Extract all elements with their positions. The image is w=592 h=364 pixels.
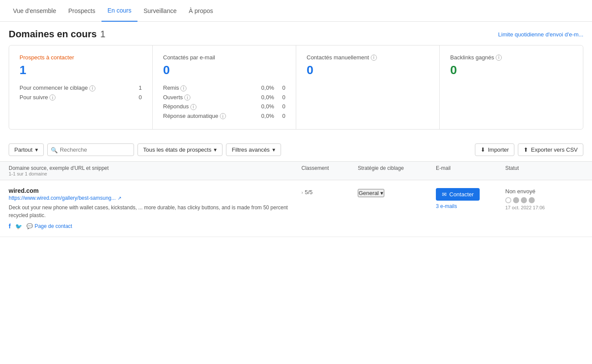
import-label: Importer (488, 146, 509, 153)
table-header: Domaine source, exemple d'URL et snippet… (0, 162, 592, 180)
col-header-ranking: Classement (301, 165, 358, 176)
contact-btn[interactable]: ✉ Contacter (436, 188, 480, 201)
info-icon-ciblage: i (89, 85, 95, 91)
status-date: 17 oct. 2022 17:06 (505, 205, 583, 210)
stats-row-ouverts-label: Ouverts i (163, 94, 190, 101)
stats-label-3: Contactés manuellement i (307, 54, 429, 61)
status-filter-btn[interactable]: Tous les états de prospects ▾ (137, 143, 223, 156)
col-header-source: Domaine source, exemple d'URL et snippet… (9, 165, 301, 176)
stats-row-remis: Remis i 0,0% 0 (163, 83, 285, 93)
nav-surveillance[interactable]: Surveillance (137, 0, 183, 22)
stats-value-1: 1 (20, 63, 142, 77)
email-cell: ✉ Contacter 3 e-mails (436, 187, 505, 209)
stats-row-repondus-values: 0,0% 0 (257, 103, 285, 110)
email-icon: ✉ (442, 191, 447, 198)
info-icon-backlinks: i (496, 55, 502, 61)
ranking-cell: › 5/5 (301, 187, 358, 195)
ranking-chevron-icon: › (301, 190, 303, 195)
repondus-pct: 0,0% (257, 103, 274, 110)
stats-row-suivre: Pour suivre i 0 (20, 93, 142, 102)
ranking-value: 5/5 (305, 189, 313, 195)
search-input[interactable] (47, 143, 134, 156)
page-contact-label: Page de contact (35, 223, 72, 229)
facebook-icon[interactable]: f (9, 223, 11, 230)
stats-row-ciblage-value: 1 (139, 84, 142, 91)
search-icon: 🔍 (51, 146, 58, 153)
strategy-cell: General ▾ (358, 187, 436, 197)
stats-value-3: 0 (307, 63, 429, 77)
email-count[interactable]: 3 e-mails (436, 203, 505, 209)
strategy-dropdown-btn[interactable]: General ▾ (358, 189, 384, 197)
ouverts-cnt: 0 (278, 94, 285, 101)
import-btn[interactable]: ⬇ Importer (475, 143, 514, 156)
autoreply-cnt: 0 (278, 113, 285, 119)
location-filter-label: Partout (14, 146, 33, 153)
stats-row-ciblage-label: Pour commencer le ciblage i (20, 84, 95, 91)
stats-section-prospects: Prospects à contacter 1 Pour commencer l… (9, 46, 153, 129)
chevron-down-icon-strategy: ▾ (380, 190, 383, 196)
export-btn[interactable]: ⬆ Exporter vers CSV (518, 143, 583, 156)
stats-value-2: 0 (163, 63, 285, 77)
stats-label-1: Prospects à contacter (20, 54, 142, 61)
stats-row-repondus-label: Répondus i (163, 103, 196, 110)
table-row: wired.com https://www.wired.com/gallery/… (0, 180, 592, 237)
status-dot-4 (529, 197, 535, 203)
page-header: Domaines en cours 1 Limite quotidienne d… (0, 22, 592, 45)
domain-name: wired.com (9, 187, 301, 194)
status-dot-2 (513, 197, 519, 203)
domain-socials: f 🐦 💬 Page de contact (9, 223, 301, 230)
autoreply-pct: 0,0% (257, 113, 274, 119)
stats-row-autoreply-label: Réponse automatique i (163, 113, 226, 120)
remis-cnt: 0 (278, 84, 285, 91)
info-icon-ouverts: i (184, 94, 190, 101)
col-header-strategy: Stratégie de ciblage (358, 165, 436, 176)
info-icon-remis: i (180, 85, 186, 91)
stats-section-backlinks: Backlinks gagnés i 0 (440, 46, 583, 129)
stats-value-4: 0 (450, 63, 572, 77)
col-header-status: Statut (505, 165, 583, 176)
page-title-count: 1 (100, 29, 105, 40)
status-dots (505, 197, 583, 203)
stats-row-ouverts-values: 0,0% 0 (257, 94, 285, 101)
col-header-email: E-mail (436, 165, 505, 176)
location-filter-btn[interactable]: Partout ▾ (9, 143, 44, 156)
twitter-icon[interactable]: 🐦 (15, 223, 22, 230)
domain-url-text: https://www.wired.com/gallery/best-samsu… (9, 195, 116, 201)
limit-link[interactable]: Limite quotidienne d'envoi d'e-m... (498, 31, 583, 38)
stats-label-4: Backlinks gagnés i (450, 54, 572, 61)
stats-section-email: Contactés par e-mail 0 Remis i 0,0% 0 Ou… (153, 46, 296, 129)
info-icon-manual: i (371, 55, 377, 61)
domain-snippet: Deck out your new phone with wallet case… (9, 204, 301, 219)
external-link-icon[interactable]: ↗ (118, 195, 121, 201)
info-icon-repondus: i (190, 104, 196, 110)
nav-bar: Vue d'ensemble Prospects En cours Survei… (0, 0, 592, 22)
nav-overview[interactable]: Vue d'ensemble (7, 0, 62, 22)
repondus-cnt: 0 (278, 103, 285, 110)
status-dot-3 (521, 197, 527, 203)
page-contact-link[interactable]: 💬 Page de contact (26, 223, 72, 229)
stats-row-autoreply-values: 0,0% 0 (257, 113, 285, 119)
page-title: Domaines en cours 1 (9, 29, 105, 40)
stats-label-2: Contactés par e-mail (163, 54, 285, 61)
stats-row-repondus: Répondus i 0,0% 0 (163, 102, 285, 111)
nav-prospects[interactable]: Prospects (62, 0, 101, 22)
page-title-text: Domaines en cours (9, 29, 97, 40)
chevron-down-icon-3: ▾ (272, 146, 275, 153)
stats-row-ciblage: Pour commencer le ciblage i 1 (20, 83, 142, 93)
stats-row-autoreply: Réponse automatique i 0,0% 0 (163, 111, 285, 121)
chevron-down-icon-2: ▾ (214, 146, 217, 153)
upload-icon: ⬆ (523, 146, 528, 153)
chat-icon: 💬 (26, 223, 33, 229)
search-wrap: 🔍 (47, 143, 134, 156)
toolbar: Partout ▾ 🔍 Tous les états de prospects … (0, 138, 592, 162)
contact-btn-label: Contacter (449, 191, 474, 198)
nav-en-cours[interactable]: En cours (101, 0, 137, 22)
stats-section-manual: Contactés manuellement i 0 (296, 46, 440, 129)
nav-apropos[interactable]: À propos (183, 0, 219, 22)
stats-row-ouverts: Ouverts i 0,0% 0 (163, 93, 285, 102)
stats-row-suivre-label: Pour suivre i (20, 94, 56, 101)
advanced-filter-btn[interactable]: Filtres avancés ▾ (226, 143, 281, 156)
main-nav: Vue d'ensemble Prospects En cours Survei… (0, 0, 592, 22)
status-text: Non envoyé (505, 188, 583, 195)
download-icon: ⬇ (481, 146, 485, 153)
